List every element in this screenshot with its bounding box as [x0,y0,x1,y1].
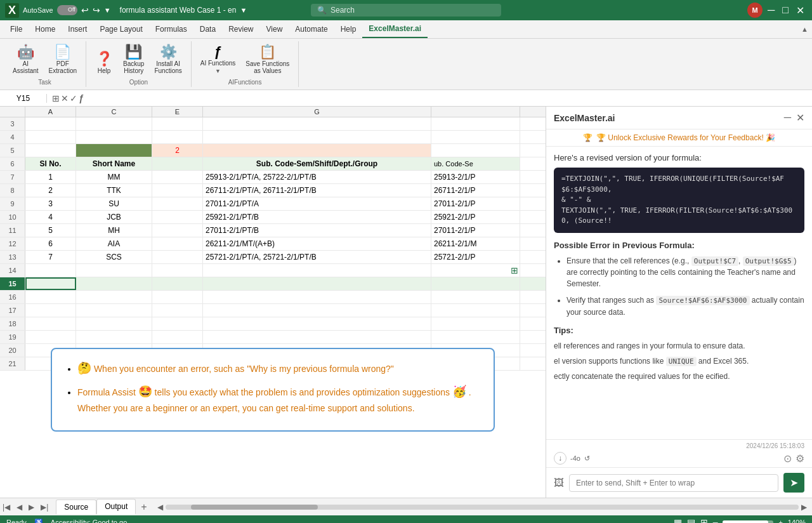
minimize-panel-icon[interactable]: ─ [784,112,791,124]
save-functions-btn[interactable]: 📋 Save Functionsas Values [242,43,293,76]
cell-C9[interactable]: SU [76,197,152,210]
cell-H7[interactable]: 25913-2/1/P [431,171,520,183]
cell-H5[interactable] [431,144,520,157]
cell-G13[interactable]: 25721-2/1/PT/A, 25721-2/1/PT/B [203,251,431,263]
cell-A19[interactable] [25,331,76,343]
cell-G10[interactable]: 25921-2/1/PT/B [203,211,431,223]
message-input[interactable] [569,474,778,492]
cell-H8[interactable]: 26711-2/1/P [431,184,520,197]
cell-G19[interactable] [203,331,431,343]
cell-H4[interactable] [431,131,520,143]
cell-G8[interactable]: 26711-2/1/PT/A, 26711-2/1/PT/B [203,184,431,197]
cell-G12[interactable]: 26211-2/1/MT/(A+B) [203,237,431,250]
quick-access-icon[interactable]: ▼ [104,6,111,14]
user-avatar[interactable]: M [747,3,763,18]
cell-E6[interactable] [152,157,203,170]
cell-E9[interactable] [152,197,203,210]
backup-history-btn[interactable]: 💾 BackupHistory [119,43,148,76]
sheet-nav-first[interactable]: |◀ [0,501,13,513]
cell-G7[interactable]: 25913-2/1/PT/A, 25722-2/1/PT/B [203,171,431,183]
cell-E13[interactable] [152,251,203,263]
ai-assistant-btn[interactable]: 🤖 AIAssistant [9,43,43,76]
cell-A17[interactable] [25,304,76,317]
tab-file[interactable]: File [4,21,29,37]
install-ai-functions-btn[interactable]: ⚙️ Install AIFunctions [150,43,185,76]
cell-E4[interactable] [152,131,203,143]
scrollbar-thumb[interactable] [191,505,318,510]
cell-A16[interactable] [25,291,76,303]
tab-insert[interactable]: Insert [62,21,93,37]
sheet-tab-source[interactable]: Source [56,500,96,514]
cell-G9[interactable]: 27011-2/1/PT/A [203,197,431,210]
cell-G6[interactable]: Sub. Code-Sem/Shift/Dept./Group [203,157,431,170]
tab-automate[interactable]: Automate [289,21,334,37]
cell-C17[interactable] [76,304,152,317]
filename-dropdown-icon[interactable]: ▼ [240,6,247,14]
search-box[interactable]: 🔍 Search [311,4,501,17]
sheet-nav-last[interactable]: ▶| [38,501,51,513]
zoom-slider[interactable] [723,520,773,523]
send-button[interactable]: ➤ [783,473,804,493]
cell-C6[interactable]: Short Name [76,157,152,170]
cell-A10[interactable]: 4 [25,211,76,223]
cell-E19[interactable] [152,331,203,343]
cell-H19[interactable] [431,331,520,343]
cell-C19[interactable] [76,331,152,343]
zoom-in-btn[interactable]: + [778,519,782,523]
cell-G11[interactable]: 27011-2/1/PT/B [203,224,431,237]
autosave-toggle[interactable] [57,5,77,15]
ai-functions-btn[interactable]: ƒ AI Functions ▼ [197,43,240,76]
cell-H10[interactable]: 25921-2/1/P [431,211,520,223]
cell-A7[interactable]: 1 [25,171,76,183]
settings-icon[interactable]: ⚙ [796,453,804,465]
cell-H12[interactable]: 26211-2/1/M [431,237,520,250]
tab-home[interactable]: Home [29,21,62,37]
tab-data[interactable]: Data [193,21,222,37]
cell-G4[interactable] [203,131,431,143]
cell-H3[interactable] [431,117,520,130]
copy-icon[interactable]: ⊙ [783,453,792,465]
cell-E10[interactable] [152,211,203,223]
cell-H13[interactable]: 25721-2/1/P [431,251,520,263]
cell-C16[interactable] [76,291,152,303]
cell-A9[interactable]: 3 [25,197,76,210]
cell-C11[interactable]: MH [76,224,152,237]
cell-G18[interactable] [203,317,431,330]
cell-G16[interactable] [203,291,431,303]
cell-G5[interactable] [203,144,431,157]
cell-A6[interactable]: Sl No. [25,157,76,170]
cell-E18[interactable] [152,317,203,330]
cell-H14[interactable]: ⊞ [431,264,520,277]
cell-A3[interactable] [25,117,76,130]
cell-C13[interactable]: SCS [76,251,152,263]
redo-icon[interactable]: ↪ [93,5,100,15]
cell-A11[interactable]: 5 [25,224,76,237]
confirm-formula-icon[interactable]: ✓ [70,93,77,103]
cell-A18[interactable] [25,317,76,330]
cell-C7[interactable]: MM [76,171,152,183]
tab-excelmaster[interactable]: ExcelMaster.ai [362,20,428,38]
tab-page-layout[interactable]: Page Layout [93,21,148,37]
close-panel-icon[interactable]: ✕ [796,112,804,124]
cell-C15[interactable] [76,277,152,290]
zoom-out-btn[interactable]: ─ [713,519,718,523]
cell-A14[interactable] [25,264,76,277]
cell-C18[interactable] [76,317,152,330]
cancel-formula-icon[interactable]: ✕ [61,93,69,103]
help-btn[interactable]: ❓ Help [91,50,117,76]
formula-input[interactable] [89,93,809,104]
cell-H11[interactable]: 27011-2/1/P [431,224,520,237]
image-upload-icon[interactable]: 🖼 [554,477,564,489]
reward-banner[interactable]: 🏆 🏆 Unlock Exclusive Rewards for Your Fe… [546,129,812,147]
expand-icon[interactable]: ⊞ [52,93,60,103]
tab-review[interactable]: Review [222,21,259,37]
cell-E15[interactable] [152,277,203,290]
cell-E3[interactable] [152,117,203,130]
cell-A13[interactable]: 7 [25,251,76,263]
cell-H6[interactable]: ub. Code-Se [431,157,520,170]
cell-A4[interactable] [25,131,76,143]
cell-C14[interactable] [76,264,152,277]
cell-E5[interactable]: 2 [152,144,203,157]
cell-E11[interactable] [152,224,203,237]
sheet-nav-next[interactable]: ▶ [26,501,37,513]
